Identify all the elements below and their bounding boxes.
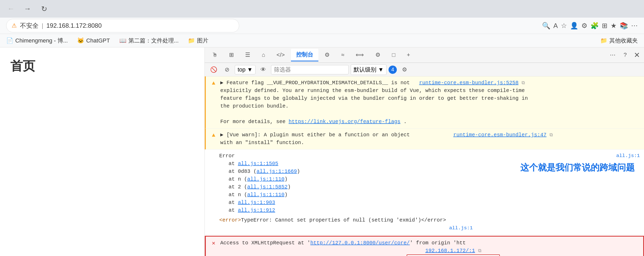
level-selector[interactable]: 默认级别 ▼ [351, 65, 386, 75]
devtools-more-btn[interactable]: ⋯ [607, 49, 618, 61]
bookmark-wenjian-label: 第二篇：文件处理... [128, 37, 179, 45]
back-button[interactable]: ← [4, 2, 18, 16]
devtools-tab-sidebar[interactable]: ☰ [240, 49, 255, 60]
console-filter-btn[interactable]: ⊘ [221, 64, 233, 75]
bookmark-chatgpt-icon: 🐱 [77, 37, 84, 44]
stack-line-3: at n (all.js:1:110) [219, 175, 300, 183]
console-clear-btn[interactable]: 🚫 [208, 64, 219, 75]
stack-link-7[interactable]: all.js:1:912 [238, 207, 275, 213]
top-selector[interactable]: top ▼ [235, 65, 255, 74]
msg-link-vue-flag[interactable]: runtime-core.esm-bundler.js:5258 [419, 80, 518, 86]
error-count-badge: 4 [389, 66, 397, 74]
msg-link-vue-docs[interactable]: https://link.vuejs.org/feature-flags [289, 119, 400, 125]
bookmark-icon[interactable]: ☆ [561, 22, 567, 30]
url-box[interactable]: ⚠ 不安全 | 192.168.1.172:8080 [6, 19, 239, 32]
bookmark-chatgpt-label: ChatGPT [86, 37, 110, 44]
msg-text-vue-flag3: feature flags to be globally injected vi… [220, 95, 528, 101]
bookmark-chatgpt[interactable]: 🐱 ChatGPT [75, 36, 112, 45]
msg-content-cors: Access to XMLHttpRequest at 'http://127.… [220, 239, 639, 256]
error-bubble-icon: 4 [389, 66, 397, 74]
console-msg-cors-error: ✕ Access to XMLHttpRequest at 'http://12… [205, 236, 644, 256]
zoom-icon[interactable]: 🔍 [542, 22, 550, 30]
profile-icon[interactable]: 👤 [570, 22, 578, 30]
bookmark-wenjian[interactable]: 📖 第二篇：文件处理... [117, 36, 181, 46]
extensions-icon[interactable]: 🧩 [590, 22, 599, 30]
main-layout: 首页 🖱 ⊞ ☰ ⌂ </> 控制台 ⚙ ≈ ⟺ ⚙ □ + ⋯ ? ✕ 🚫 ⊘ [0, 47, 644, 256]
devtools-tab-network[interactable]: ≈ [336, 49, 349, 60]
bookmark-other[interactable]: 📁 其他收藏夹 [598, 36, 640, 46]
devtools-panel: 🖱 ⊞ ☰ ⌂ </> 控制台 ⚙ ≈ ⟺ ⚙ □ + ⋯ ? ✕ 🚫 ⊘ to… [204, 47, 644, 256]
top-label: top [238, 66, 246, 73]
devtools-tab-settings2[interactable]: ⚙ [370, 49, 386, 60]
stack-link-4[interactable]: all.js:1:5852 [247, 184, 288, 190]
devtools-close-btn[interactable]: ✕ [632, 50, 642, 60]
browser-chrome: ← → ↻ ⚠ 不安全 | 192.168.1.172:8080 🔍 A ☆ 👤… [0, 0, 644, 47]
favorites-icon[interactable]: ★ [611, 22, 617, 30]
devtools-tab-console[interactable]: 控制台 [291, 49, 318, 61]
more-icon[interactable]: ⋯ [631, 22, 638, 30]
refresh-button[interactable]: ↻ [37, 2, 51, 16]
console-msg-vue-plugin: ▲ ▶ [Vue warn]: A plugin must either be … [205, 129, 644, 150]
cors-source-link[interactable]: 192.168.1.172/:1 [425, 248, 475, 254]
cors-error-icon: ✕ [210, 240, 217, 247]
devtools-tab-application[interactable]: ⟺ [350, 49, 369, 60]
filter-input[interactable] [271, 65, 349, 74]
stack-link-3[interactable]: all.js:1:110 [247, 176, 284, 182]
bookmark-other-icon: 📁 [600, 37, 607, 44]
bookmark-chimengmeng-label: Chimengmeng - 博... [15, 37, 68, 45]
cors-text-1: Access to XMLHttpRequest at ' [220, 240, 310, 246]
stack-link-6[interactable]: all.js:1:903 [238, 200, 275, 205]
stack-link-5[interactable]: all.js:1:110 [247, 192, 284, 198]
stack-line-1: at all.js:1:1505 [219, 160, 300, 168]
cors-header-highlight: 'Access-Control-Allow-Origin' [407, 254, 500, 256]
info-icon [209, 153, 216, 160]
msg-text-vue-plugin2: with an "install" function. [220, 140, 304, 146]
settings-icon[interactable]: ⚙ [581, 22, 587, 30]
devtools-tab-performance[interactable]: ⚙ [319, 49, 335, 60]
devtools-top-icons: ⋯ ? ✕ [607, 49, 642, 61]
devtools-tab-home[interactable]: ⌂ [257, 49, 270, 60]
msg-link-vue-plugin[interactable]: runtime-core.esm-bundler.js:47 [453, 132, 546, 138]
devtools-tab-add[interactable]: + [401, 49, 415, 60]
error-label: Error [219, 152, 300, 160]
error-source-link[interactable]: all.js:1 [616, 152, 640, 160]
bookmark-chimengmeng[interactable]: 📄 Chimengmeng - 博... [4, 36, 70, 46]
console-messages: ▲ ▶ Feature flag __VUE_PROD_HYDRATION_MI… [205, 76, 644, 256]
url-text[interactable]: 192.168.1.172:8080 [46, 22, 102, 29]
copy-cors-icon[interactable]: ⧉ [478, 248, 481, 253]
devtools-tab-device[interactable]: □ [387, 49, 400, 60]
stack-link-2[interactable]: all.js:1:1669 [257, 168, 297, 174]
stack-line-6: at all.js:1:903 [219, 199, 300, 207]
msg-content-error-stack: Error at all.js:1:1505 at 0d83 (all.js:1… [219, 152, 640, 232]
console-eye-btn[interactable]: 👁 [258, 64, 269, 75]
devtools-tab-bar: 🖱 ⊞ ☰ ⌂ </> 控制台 ⚙ ≈ ⟺ ⚙ □ + ⋯ ? ✕ [205, 47, 644, 63]
msg-text-vue-flag2: explicitly defined. You are running the … [220, 88, 525, 94]
split-icon[interactable]: ⊞ [602, 22, 608, 30]
devtools-tab-inspector[interactable]: ⊞ [224, 49, 239, 60]
cors-link-1[interactable]: http://127.0.0.1:8000/user/core/ [310, 240, 410, 246]
devtools-tab-pointer[interactable]: 🖱 [207, 49, 223, 60]
msg-text-vue-flag4: the production bundle. [220, 103, 289, 109]
copy-icon-1[interactable]: ⧉ [522, 80, 525, 86]
collections-icon[interactable]: 📚 [620, 22, 628, 30]
console-msg-error-stack: Error at all.js:1:1505 at 0d83 (all.js:1… [205, 150, 644, 235]
error-source-link2[interactable]: all.js:1 [449, 225, 473, 231]
bookmark-tupian[interactable]: 📁 图片 [186, 36, 210, 46]
forward-button[interactable]: → [21, 2, 34, 16]
devtools-tab-sources[interactable]: </> [271, 49, 290, 60]
stack-line-4: at 2 (all.js:1:5852) [219, 183, 300, 191]
devtools-help-btn[interactable]: ? [619, 49, 631, 61]
stack-line-5: at n (all.js:1:110) [219, 191, 300, 199]
copy-icon-2[interactable]: ⧉ [550, 132, 553, 138]
level-label: 默认级别 [354, 66, 376, 74]
console-settings-btn[interactable]: ⚙ [399, 64, 410, 75]
bookmark-tupian-icon: 📁 [188, 37, 195, 44]
bookmarks-bar: 📄 Chimengmeng - 博... 🐱 ChatGPT 📖 第二篇：文件处… [0, 34, 644, 47]
stack-link-1[interactable]: all.js:1:1505 [238, 161, 278, 167]
error-type-line: <error>TypeError: Cannot set properties … [219, 216, 640, 232]
reader-icon[interactable]: A [553, 22, 558, 30]
console-msg-vue-flag: ▲ ▶ Feature flag __VUE_PROD_HYDRATION_MI… [205, 76, 644, 129]
bookmark-other-label: 其他收藏夹 [609, 37, 638, 45]
msg-text-vue-flag: ▶ Feature flag __VUE_PROD_HYDRATION_MISM… [220, 80, 416, 86]
bookmark-tupian-label: 图片 [197, 37, 208, 45]
